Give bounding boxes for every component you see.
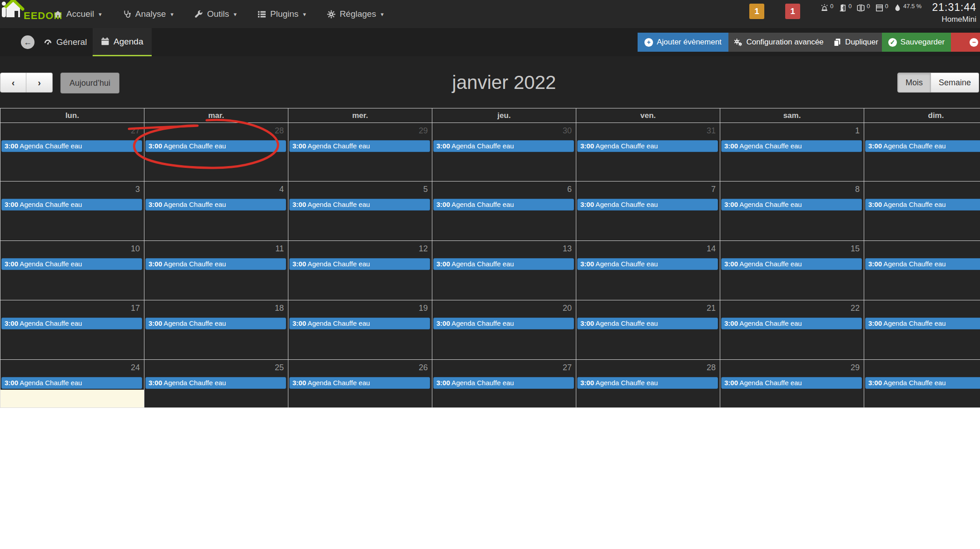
calendar-event[interactable]: 3:00 Agenda Chauffe eau [865, 377, 980, 389]
calendar-event[interactable]: 3:00 Agenda Chauffe eau [433, 377, 574, 389]
day-cell-30[interactable]: 303:00 Agenda Chauffe eau [864, 360, 980, 408]
day-cell-24[interactable]: 243:00 Agenda Chauffe eau [0, 360, 144, 408]
day-cell-7[interactable]: 73:00 Agenda Chauffe eau [576, 181, 720, 241]
calendar-event[interactable]: 3:00 Agenda Chauffe eau [721, 199, 862, 211]
calendar-event[interactable]: 3:00 Agenda Chauffe eau [577, 318, 718, 329]
day-number: 15 [720, 241, 864, 254]
check-circle-button[interactable]: ✓Sauvegarder [882, 33, 951, 52]
menu-item-plugins[interactable]: Plugins▾ [257, 9, 306, 19]
calendar-event[interactable]: 3:00 Agenda Chauffe eau [1, 140, 142, 152]
calendar-event[interactable]: 3:00 Agenda Chauffe eau [145, 199, 286, 211]
calendar-event[interactable]: 3:00 Agenda Chauffe eau [721, 140, 862, 152]
calendar-event[interactable]: 3:00 Agenda Chauffe eau [721, 377, 862, 389]
day-cell-25[interactable]: 253:00 Agenda Chauffe eau [144, 360, 288, 408]
day-cell-20[interactable]: 203:00 Agenda Chauffe eau [432, 300, 576, 360]
calendar-event[interactable]: 3:00 Agenda Chauffe eau [1, 258, 142, 270]
day-cell-5[interactable]: 53:00 Agenda Chauffe eau [288, 181, 432, 241]
calendar-event[interactable]: 3:00 Agenda Chauffe eau [865, 258, 980, 270]
view-week-button[interactable]: Semaine [931, 73, 979, 93]
day-cell-29[interactable]: 293:00 Agenda Chauffe eau [288, 123, 432, 181]
calendar-event[interactable]: 3:00 Agenda Chauffe eau [289, 377, 430, 389]
event-time: 3:00 [5, 201, 18, 208]
day-cell-2[interactable]: 23:00 Agenda Chauffe eau [864, 123, 980, 181]
calendar-event[interactable]: 3:00 Agenda Chauffe eau [289, 318, 430, 329]
event-time: 3:00 [868, 260, 882, 268]
day-cell-21[interactable]: 213:00 Agenda Chauffe eau [576, 300, 720, 360]
tab-agenda[interactable]: Agenda [93, 28, 152, 56]
calendar-event[interactable]: 3:00 Agenda Chauffe eau [721, 318, 862, 329]
tab-general[interactable]: Géneral [35, 28, 95, 56]
copy-button[interactable]: Dupliquer [829, 33, 882, 52]
day-cell-3[interactable]: 33:00 Agenda Chauffe eau [0, 181, 144, 241]
status-value: 0 [866, 3, 870, 10]
calendar-event[interactable]: 3:00 Agenda Chauffe eau [1, 199, 142, 211]
calendar-event[interactable]: 3:00 Agenda Chauffe eau [577, 377, 718, 389]
day-cell-14[interactable]: 143:00 Agenda Chauffe eau [576, 241, 720, 300]
calendar-event[interactable]: 3:00 Agenda Chauffe eau [721, 258, 862, 270]
status-door[interactable]: 0 [838, 4, 851, 12]
day-cell-26[interactable]: 263:00 Agenda Chauffe eau [288, 360, 432, 408]
calendar-event[interactable]: 3:00 Agenda Chauffe eau [865, 199, 980, 211]
menu-item-accueil[interactable]: Accueil▾ [54, 9, 102, 19]
calendar-event[interactable]: 3:00 Agenda Chauffe eau [433, 258, 574, 270]
day-cell-6[interactable]: 63:00 Agenda Chauffe eau [432, 181, 576, 241]
calendar-event[interactable]: 3:00 Agenda Chauffe eau [577, 258, 718, 270]
day-cell-13[interactable]: 133:00 Agenda Chauffe eau [432, 241, 576, 300]
day-cell-10[interactable]: 103:00 Agenda Chauffe eau [0, 241, 144, 300]
plus-circle-button[interactable]: +Ajouter évènement [638, 33, 728, 52]
calendar-event[interactable]: 3:00 Agenda Chauffe eau [433, 318, 574, 329]
day-cell-22[interactable]: 223:00 Agenda Chauffe eau [720, 300, 864, 360]
calendar-event[interactable]: 3:00 Agenda Chauffe eau [1, 377, 142, 389]
calendar-event[interactable]: 3:00 Agenda Chauffe eau [289, 140, 430, 152]
back-arrow-icon[interactable]: ← [21, 35, 35, 49]
day-cell-18[interactable]: 183:00 Agenda Chauffe eau [144, 300, 288, 360]
menu-item-rglages[interactable]: Réglages▾ [327, 9, 384, 19]
day-cell-17[interactable]: 173:00 Agenda Chauffe eau [0, 300, 144, 360]
calendar-event[interactable]: 3:00 Agenda Chauffe eau [289, 258, 430, 270]
event-title: Agenda Chauffe eau [738, 260, 802, 268]
menu-item-analyse[interactable]: Analyse▾ [123, 9, 173, 19]
calendar-event[interactable]: 3:00 Agenda Chauffe eau [145, 258, 286, 270]
calendar-event[interactable]: 3:00 Agenda Chauffe eau [145, 140, 286, 152]
calendar-event[interactable]: 3:00 Agenda Chauffe eau [577, 199, 718, 211]
day-cell-23[interactable]: 233:00 Agenda Chauffe eau [864, 300, 980, 360]
day-cell-19[interactable]: 193:00 Agenda Chauffe eau [288, 300, 432, 360]
day-cell-1[interactable]: 13:00 Agenda Chauffe eau [720, 123, 864, 181]
status-window[interactable]: 0 [856, 4, 870, 12]
minus-circle-button[interactable]: −Sup [951, 33, 980, 52]
day-cell-8[interactable]: 83:00 Agenda Chauffe eau [720, 181, 864, 241]
gears-button[interactable]: Configuration avancée [728, 33, 829, 52]
view-month-button[interactable]: Mois [897, 73, 931, 93]
day-cell-30[interactable]: 303:00 Agenda Chauffe eau [432, 123, 576, 181]
day-cell-31[interactable]: 313:00 Agenda Chauffe eau [576, 123, 720, 181]
menu-item-outils[interactable]: Outils▾ [194, 9, 237, 19]
calendar-event[interactable]: 3:00 Agenda Chauffe eau [145, 318, 286, 329]
calendar-event[interactable]: 3:00 Agenda Chauffe eau [289, 199, 430, 211]
day-cell-27[interactable]: 273:00 Agenda Chauffe eau [432, 360, 576, 408]
calendar-event[interactable]: 3:00 Agenda Chauffe eau [865, 318, 980, 329]
calendar-event[interactable]: 3:00 Agenda Chauffe eau [433, 140, 574, 152]
day-cell-15[interactable]: 153:00 Agenda Chauffe eau [720, 241, 864, 300]
day-cell-28[interactable]: 283:00 Agenda Chauffe eau [576, 360, 720, 408]
event-time: 3:00 [724, 201, 738, 208]
day-cell-29[interactable]: 293:00 Agenda Chauffe eau [720, 360, 864, 408]
status-shutter[interactable]: 0 [875, 4, 888, 12]
day-cell-11[interactable]: 113:00 Agenda Chauffe eau [144, 241, 288, 300]
event-title: Agenda Chauffe eau [18, 201, 82, 208]
day-cell-28[interactable]: 283:00 Agenda Chauffe eau [144, 123, 288, 181]
status-siren[interactable]: 0 [820, 4, 833, 12]
day-cell-27[interactable]: 273:00 Agenda Chauffe eau [0, 123, 144, 181]
day-cell-4[interactable]: 43:00 Agenda Chauffe eau [144, 181, 288, 241]
notification-badge-2[interactable]: 1 [785, 4, 800, 19]
day-cell-9[interactable]: 93:00 Agenda Chauffe eau [864, 181, 980, 241]
day-cell-16[interactable]: 163:00 Agenda Chauffe eau [864, 241, 980, 300]
day-cell-12[interactable]: 123:00 Agenda Chauffe eau [288, 241, 432, 300]
calendar-event[interactable]: 3:00 Agenda Chauffe eau [145, 377, 286, 389]
day-number: 21 [576, 300, 720, 313]
calendar-event[interactable]: 3:00 Agenda Chauffe eau [1, 318, 142, 329]
calendar-event[interactable]: 3:00 Agenda Chauffe eau [577, 140, 718, 152]
calendar-event[interactable]: 3:00 Agenda Chauffe eau [433, 199, 574, 211]
status-humidity[interactable]: 47.5 % [893, 4, 921, 12]
notification-badge-1[interactable]: 1 [749, 4, 764, 19]
calendar-event[interactable]: 3:00 Agenda Chauffe eau [865, 140, 980, 152]
